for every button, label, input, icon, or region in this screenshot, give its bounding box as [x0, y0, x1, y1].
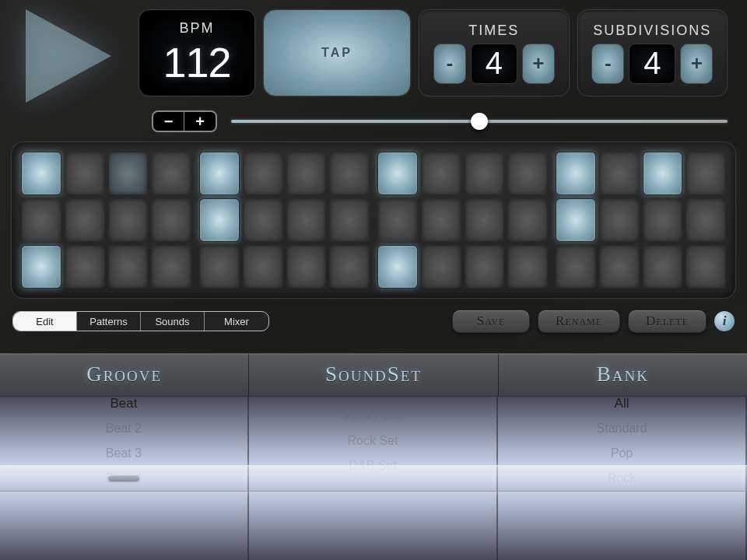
pattern-cell[interactable] [599, 198, 640, 242]
picker-item[interactable]: Rock Set [249, 429, 496, 453]
zoom-minus-button[interactable]: − [153, 112, 184, 131]
times-value: 4 [471, 44, 517, 84]
rename-button[interactable]: Rename [538, 310, 620, 333]
mode-tabs: EditPatternsSoundsMixer [12, 311, 269, 331]
pattern-cell[interactable] [286, 152, 327, 195]
picker-item[interactable]: All [498, 397, 745, 416]
tab-mixer[interactable]: Mixer [205, 312, 268, 331]
tab-edit[interactable]: Edit [13, 312, 77, 331]
soundset-picker[interactable]: Clicks1Clicks2Clicks3StandardSetFunky Se… [249, 397, 498, 560]
pattern-cell[interactable] [421, 245, 461, 289]
pattern-cell[interactable] [507, 245, 548, 289]
pattern-cell[interactable] [465, 198, 505, 242]
subdivisions-minus-button[interactable]: - [591, 44, 624, 84]
tap-label: TAP [321, 46, 352, 60]
times-minus-button[interactable]: - [433, 44, 466, 84]
picker-item[interactable]: Pop [498, 441, 745, 466]
pattern-cell[interactable] [199, 152, 240, 195]
pattern-cell[interactable] [329, 152, 370, 195]
subdivisions-label: SUBDIVISIONS [593, 23, 711, 39]
pattern-cell[interactable] [686, 152, 726, 195]
picker-item[interactable]: Standard [498, 416, 745, 441]
play-button[interactable] [6, 9, 131, 103]
pattern-cell[interactable] [243, 198, 283, 242]
pattern-cell[interactable] [599, 245, 640, 289]
pattern-cell[interactable] [421, 198, 461, 242]
pattern-cell[interactable] [686, 198, 726, 242]
zoom-plus-button[interactable]: + [184, 112, 216, 131]
times-label: TIMES [468, 23, 519, 39]
pattern-cell[interactable] [21, 198, 61, 242]
groove-header: Groove [0, 354, 249, 396]
slider-thumb[interactable] [471, 113, 488, 130]
pattern-cell[interactable] [151, 152, 191, 195]
pattern-cell[interactable] [556, 152, 596, 195]
bpm-display[interactable]: BPM 112 [139, 9, 255, 96]
pattern-cell[interactable] [556, 245, 596, 289]
tab-sounds[interactable]: Sounds [141, 312, 205, 331]
pattern-cell[interactable] [21, 245, 61, 289]
pattern-cell[interactable] [507, 152, 548, 195]
pattern-cell[interactable] [465, 152, 505, 195]
pattern-cell[interactable] [151, 245, 191, 289]
picker-item[interactable]: Beat 3 [0, 441, 247, 466]
picker-item[interactable]: StandardSet [249, 397, 496, 404]
tempo-slider[interactable] [231, 120, 728, 123]
pattern-cell[interactable] [643, 152, 683, 195]
pattern-cell[interactable] [243, 152, 283, 195]
pattern-cell[interactable] [286, 245, 327, 289]
subdivisions-panel: SUBDIVISIONS - 4 + [577, 9, 728, 96]
pattern-cell[interactable] [377, 245, 418, 289]
picker-item[interactable]: Funky Set [249, 404, 496, 429]
pattern-cell[interactable] [108, 245, 149, 289]
pattern-cell[interactable] [377, 152, 418, 195]
pattern-cell[interactable] [329, 198, 370, 242]
pattern-cell[interactable] [108, 198, 149, 242]
picker-item[interactable]: Beat 2 [0, 416, 247, 441]
tab-patterns[interactable]: Patterns [77, 312, 141, 331]
picker-item[interactable]: Rock [498, 466, 745, 491]
pattern-cell[interactable] [286, 198, 327, 242]
pattern-cell[interactable] [151, 198, 191, 242]
tap-button[interactable]: TAP [263, 9, 411, 96]
subdivisions-plus-button[interactable]: + [680, 44, 713, 84]
delete-button[interactable]: Delete [628, 310, 707, 333]
pattern-cell[interactable] [377, 198, 418, 242]
pattern-cell[interactable] [199, 245, 240, 289]
info-button[interactable]: i [714, 311, 735, 331]
pattern-cell[interactable] [507, 198, 548, 242]
play-icon [26, 9, 111, 103]
pattern-cell[interactable] [329, 245, 370, 289]
pattern-cell[interactable] [643, 198, 683, 242]
pattern-cell[interactable] [421, 152, 461, 195]
zoom-stepper: − + [152, 110, 217, 132]
pattern-cell[interactable] [199, 198, 240, 242]
pattern-cell[interactable] [643, 245, 683, 289]
pattern-cell[interactable] [243, 245, 283, 289]
times-panel: TIMES - 4 + [419, 9, 570, 96]
pattern-cell[interactable] [65, 198, 105, 242]
pattern-cell[interactable] [108, 152, 149, 195]
picker-handle-icon [108, 475, 139, 481]
pattern-cell[interactable] [65, 245, 105, 289]
save-button[interactable]: Save [452, 310, 530, 333]
pattern-cell[interactable] [21, 152, 61, 195]
pattern-cell[interactable] [686, 245, 726, 289]
pattern-grid [11, 142, 736, 299]
pattern-cell[interactable] [556, 198, 596, 242]
subdivisions-value: 4 [629, 44, 675, 84]
bank-picker[interactable]: AllStandardPopRock [498, 397, 747, 560]
pattern-cell[interactable] [465, 245, 505, 289]
groove-picker[interactable]: MetronomeBeatBeat 2Beat 3Beat 4 [0, 397, 249, 560]
pattern-cell[interactable] [599, 152, 640, 195]
pattern-cell[interactable] [65, 152, 105, 195]
soundset-header: SoundSet [249, 354, 498, 396]
picker-item[interactable]: Beat [0, 397, 247, 416]
times-plus-button[interactable]: + [522, 44, 555, 84]
bpm-value: 112 [163, 38, 230, 86]
bank-header: Bank [499, 354, 747, 396]
bpm-label: BPM [179, 20, 214, 37]
picker-item[interactable]: D&B Set [249, 453, 496, 478]
